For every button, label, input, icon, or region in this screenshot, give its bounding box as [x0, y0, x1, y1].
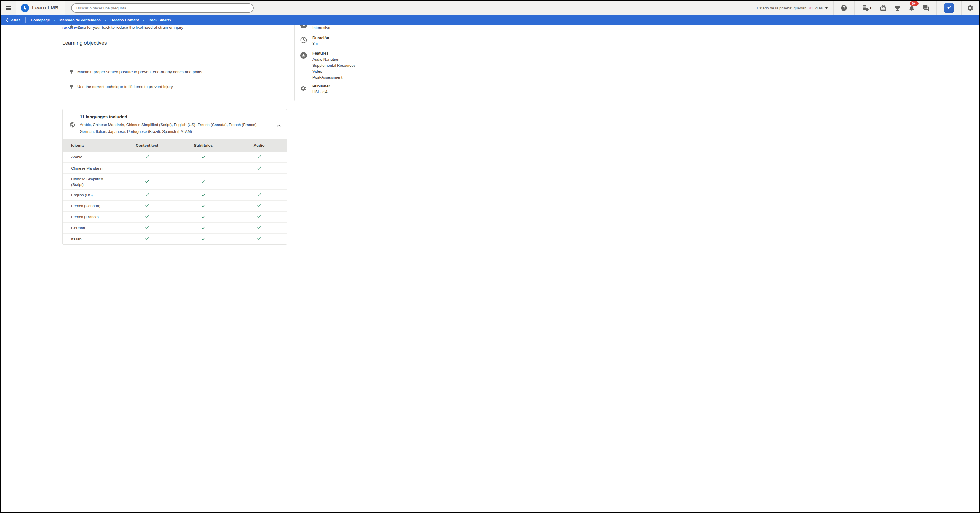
languages-title: 11 languages included [80, 114, 127, 119]
check-icon [257, 203, 262, 208]
language-name: Italian [71, 237, 81, 241]
back-label: Atrás [11, 18, 21, 22]
logo-icon [21, 4, 29, 12]
check-icon [257, 166, 262, 170]
table-row: French (France) [62, 212, 286, 222]
feature-item: Audio Narration [312, 57, 355, 62]
check-icon [257, 225, 262, 230]
breadcrumb-separator: › [105, 18, 106, 22]
publisher-value: HSI - ej4 [312, 89, 328, 94]
check-icon [201, 203, 206, 208]
lightbulb-icon [69, 69, 74, 74]
chevron-up-icon[interactable] [276, 123, 281, 128]
feature-item: Video [312, 69, 355, 75]
languages-summary: Arabic, Chinese Mandarin, Chinese Simpli… [80, 121, 266, 135]
features-list: Audio NarrationSupplemental ResourcesVid… [312, 57, 355, 80]
publisher-label: Publisher [312, 84, 330, 88]
feature-item: Supplemental Resources [312, 62, 355, 69]
check-icon [145, 214, 150, 219]
check-icon [201, 192, 206, 197]
languages-panel-header[interactable]: 11 languages included Arabic, Chinese Ma… [62, 110, 286, 139]
breadcrumb-bar: Atrás › Homepage › Mercado de contenidos… [1, 15, 465, 25]
breadcrumb-item[interactable]: › Docebo Content [101, 18, 139, 22]
breadcrumb-item[interactable]: › Back Smarts [139, 18, 171, 22]
app-window: Learn LMS Estado de la prueba: quedan81d… [1, 1, 465, 244]
language-name: Chinese Mandarin [71, 166, 103, 170]
table-row: Arabic [62, 152, 286, 163]
play-circle-icon [300, 25, 307, 30]
clock-icon [300, 37, 307, 45]
duration-value: 8m [312, 41, 318, 46]
check-icon [145, 154, 150, 159]
table-row: Chinese Mandarin [62, 163, 286, 174]
learning-objective: Care for your back to reduce the likelih… [69, 25, 183, 30]
chevron-left-icon [6, 18, 8, 22]
app-logo[interactable]: Learn LMS [16, 1, 65, 15]
check-icon [145, 203, 150, 208]
back-button[interactable]: Atrás [1, 18, 21, 22]
search-input[interactable] [71, 3, 254, 13]
table-row: English (US) [62, 190, 286, 201]
table-row: Italian [62, 233, 286, 244]
lightbulb-icon [69, 84, 74, 89]
table-row: Chinese Simplified (Script) [62, 174, 286, 190]
main-content: Show more Learning objectives Maintain p… [1, 25, 465, 244]
language-name: Chinese Simplified (Script) [71, 177, 103, 187]
screenshot-frame: Learn LMS Estado de la prueba: quedan81d… [0, 0, 465, 244]
check-icon [201, 179, 206, 184]
check-icon [201, 154, 206, 159]
hamburger-icon [6, 6, 11, 10]
language-name: French (Canada) [71, 204, 100, 208]
breadcrumb-separator: › [143, 18, 144, 22]
table-header-row: Idioma Content text Subtítulos Audio [62, 139, 286, 152]
check-icon [257, 236, 262, 241]
learning-objective: Use the correct technique to lift items … [69, 84, 173, 89]
table-row: French (Canada) [62, 201, 286, 212]
check-icon [257, 154, 262, 159]
globe-icon [69, 122, 75, 129]
publisher-gear-icon [300, 85, 307, 93]
check-icon [257, 214, 262, 219]
breadcrumb-item[interactable]: › Mercado de contenidos [50, 18, 101, 22]
learning-objectives-title: Learning objectives [62, 40, 107, 46]
check-icon [145, 225, 150, 230]
hamburger-menu-button[interactable] [1, 1, 16, 15]
check-icon [257, 192, 262, 197]
check-icon [201, 225, 206, 230]
features-label: Features [312, 51, 328, 56]
lightbulb-icon [69, 25, 74, 30]
check-icon [201, 236, 206, 241]
course-details-card: Interactivo Duración 8m Features Audio N… [294, 25, 403, 101]
column-header-idioma: Idioma [62, 139, 119, 152]
top-bar: Learn LMS Estado de la prueba: quedan81d… [1, 1, 465, 15]
language-name: German [71, 226, 85, 230]
check-icon [145, 236, 150, 241]
divider [25, 17, 26, 24]
column-header-audio: Audio [232, 139, 286, 152]
app-title: Learn LMS [32, 5, 59, 11]
course-type-value: Interactivo [312, 25, 330, 30]
languages-card: 11 languages included Arabic, Chinese Ma… [62, 109, 287, 244]
check-icon [145, 192, 150, 197]
languages-table: Idioma Content text Subtítulos Audio Ara… [62, 139, 286, 244]
language-name: Arabic [71, 155, 82, 159]
column-header-subtitulos: Subtítulos [175, 139, 232, 152]
language-name: French (France) [71, 215, 99, 219]
table-row: German [62, 222, 286, 233]
language-name: English (US) [71, 193, 93, 197]
breadcrumb-separator: › [54, 18, 55, 22]
check-icon [201, 214, 206, 219]
feature-item: Post-Assessment [312, 75, 355, 80]
learning-objective: Maintain proper seated posture to preven… [69, 69, 202, 74]
column-header-content-text: Content text [119, 139, 175, 152]
breadcrumb: › Homepage › Mercado de contenidos › Doc… [31, 18, 171, 22]
check-icon [145, 179, 150, 184]
breadcrumb-item[interactable]: › Homepage [31, 18, 50, 22]
star-circle-icon [300, 52, 307, 60]
duration-label: Duración [312, 36, 329, 40]
